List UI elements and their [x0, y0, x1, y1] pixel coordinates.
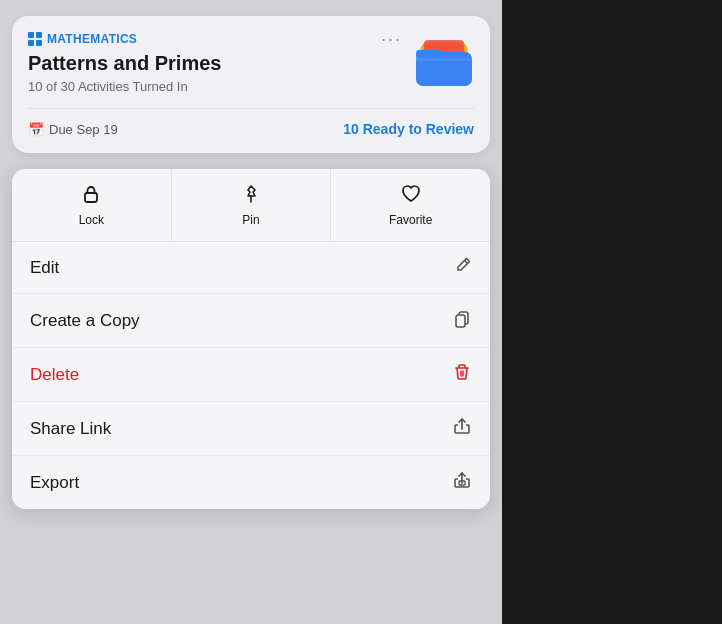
edit-menu-item[interactable]: Edit [12, 242, 490, 294]
export-menu-item[interactable]: Export [12, 456, 490, 509]
share-icon [452, 416, 472, 441]
export-icon [452, 470, 472, 495]
svg-rect-0 [28, 32, 34, 38]
subject-label: MATHEMATICS [28, 32, 474, 46]
create-copy-menu-item[interactable]: Create a Copy [12, 294, 490, 348]
share-link-label: Share Link [30, 419, 111, 439]
svg-rect-9 [85, 193, 97, 202]
copy-icon [452, 308, 472, 333]
card-subtitle: 10 of 30 Activities Turned In [28, 79, 474, 94]
subject-icon [28, 32, 42, 46]
create-copy-label: Create a Copy [30, 311, 140, 331]
trash-icon [452, 362, 472, 387]
more-button[interactable]: ··· [381, 30, 402, 48]
edit-icon [454, 256, 472, 279]
svg-rect-8 [416, 58, 472, 61]
export-label: Export [30, 473, 79, 493]
menu-top-row: Lock Pin Favorite [12, 169, 490, 242]
pin-icon [240, 183, 262, 208]
card-title: Patterns and Primes [28, 52, 474, 75]
svg-line-11 [465, 261, 468, 264]
favorite-label: Favorite [389, 213, 432, 227]
pin-label: Pin [242, 213, 259, 227]
lock-label: Lock [79, 213, 104, 227]
svg-rect-1 [36, 32, 42, 38]
svg-rect-2 [28, 40, 34, 46]
delete-menu-item[interactable]: Delete [12, 348, 490, 402]
favorite-button[interactable]: Favorite [331, 169, 490, 241]
svg-rect-13 [456, 315, 465, 327]
share-link-menu-item[interactable]: Share Link [12, 402, 490, 456]
dark-panel [502, 0, 722, 624]
assignment-card: MATHEMATICS Patterns and Primes 10 of 30… [12, 16, 490, 153]
pin-button[interactable]: Pin [172, 169, 332, 241]
lock-icon [80, 183, 102, 208]
lock-button[interactable]: Lock [12, 169, 172, 241]
main-content: MATHEMATICS Patterns and Primes 10 of 30… [0, 0, 502, 624]
card-footer: 📅 Due Sep 19 10 Ready to Review [28, 108, 474, 137]
svg-rect-7 [416, 52, 472, 86]
svg-rect-3 [36, 40, 42, 46]
heart-icon [400, 183, 422, 208]
due-date: 📅 Due Sep 19 [28, 122, 118, 137]
folder-icon [412, 30, 476, 94]
review-count[interactable]: 10 Ready to Review [343, 121, 474, 137]
context-menu: Lock Pin Favorite [12, 169, 490, 509]
edit-label: Edit [30, 258, 59, 278]
calendar-icon: 📅 [28, 122, 44, 137]
delete-label: Delete [30, 365, 79, 385]
